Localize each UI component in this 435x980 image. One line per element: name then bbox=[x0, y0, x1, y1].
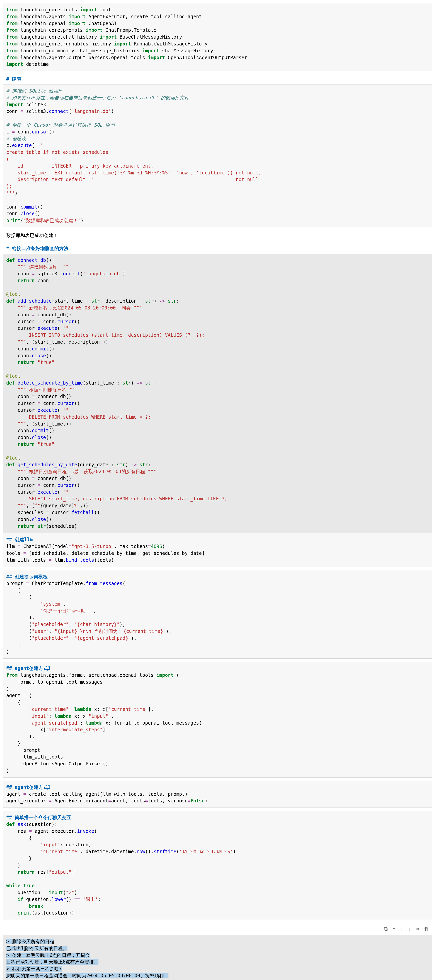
terminal-line: 您明天的第一条日程是沟通会，时间为2024-05-05 09:00:00。祝您顺… bbox=[6, 972, 429, 979]
move-up-icon[interactable]: ↑ bbox=[392, 925, 395, 933]
move-down-icon[interactable]: ↓ bbox=[400, 925, 403, 933]
code-cell-2[interactable]: # 连接到 SQLite 数据库 # 如果文件不存在，会自动在当前目录创建一个名… bbox=[3, 84, 432, 228]
terminal-line: > 我明天第一条日程是啥? bbox=[6, 966, 429, 972]
terminal-output: > 删除今天所有的日程已成功删除今天所有的日程。> 创建一套明天晚上6点的日程，… bbox=[3, 935, 432, 980]
terminal-line: 日程已成功创建，明天晚上6点有周会安排。 bbox=[6, 959, 429, 966]
code-cell-10[interactable]: ## 简单搭一个命令行聊天交互 def ask(question): res =… bbox=[3, 811, 432, 920]
cell-toolbar: ⧉↑↓⇩⌧🗑 bbox=[3, 923, 432, 935]
trash-icon[interactable]: 🗑 bbox=[424, 925, 429, 933]
code-cell-9[interactable]: ## agent创建方式2 agent = create_tool_callin… bbox=[3, 781, 432, 808]
terminal-line: 已成功删除今天所有的日程。 bbox=[6, 945, 429, 952]
code-cell-0[interactable]: from langchain_core.tools import tool fr… bbox=[3, 3, 432, 71]
code-cell-7[interactable]: ## 创建提示词模板 prompt = ChatPromptTemplate.f… bbox=[3, 570, 432, 659]
code-cell-8[interactable]: ## agent创建方式1 from langchain.agents.form… bbox=[3, 662, 432, 778]
terminal-line: > 删除今天所有的日程 bbox=[6, 938, 429, 945]
terminal-line: > 创建一套明天晚上6点的日程，开周会 bbox=[6, 952, 429, 959]
cell-output: 数据库和表已成功创建！ bbox=[3, 231, 432, 240]
markdown-heading: # 给接口准备好增删查的方法 bbox=[3, 243, 432, 254]
code-cell-6[interactable]: ## 创建llm llm = ChatOpenAI(model="gpt-3.5… bbox=[3, 533, 432, 567]
download-icon[interactable]: ⇩ bbox=[408, 925, 411, 933]
clear-icon[interactable]: ⌧ bbox=[416, 925, 419, 933]
copy-icon[interactable]: ⧉ bbox=[384, 925, 388, 933]
markdown-heading: # 建表 bbox=[3, 74, 432, 84]
terminal-line: > 看下我明天早上10点有没有安排? bbox=[6, 979, 429, 980]
code-cell-selected[interactable]: def connect_db(): """ 连接到数据库 """ conn = … bbox=[3, 254, 432, 533]
